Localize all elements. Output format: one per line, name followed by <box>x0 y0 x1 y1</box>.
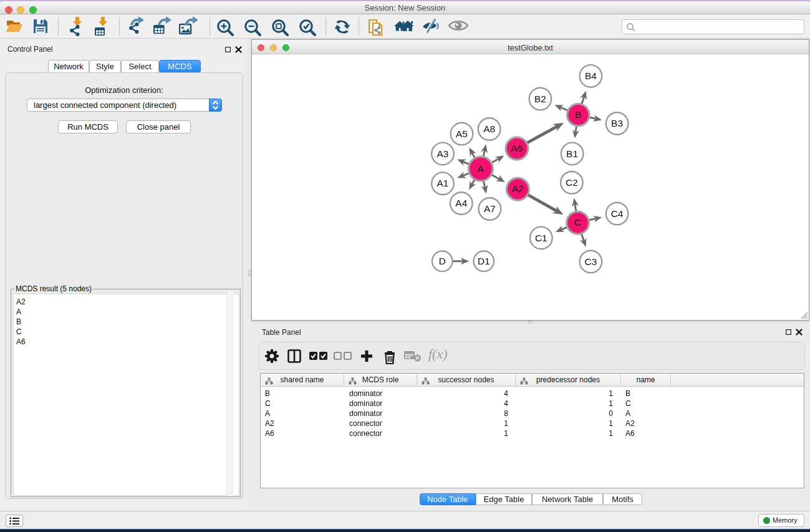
svg-text:D: D <box>439 256 446 266</box>
svg-text:C: C <box>574 217 581 228</box>
svg-text:B2: B2 <box>534 94 546 104</box>
svg-text:B1: B1 <box>566 148 578 159</box>
svg-text:A3: A3 <box>437 148 449 159</box>
svg-text:A5: A5 <box>456 128 468 139</box>
svg-text:B3: B3 <box>611 118 623 128</box>
svg-text:A2: A2 <box>512 183 524 194</box>
svg-text:C1: C1 <box>535 233 547 243</box>
svg-text:A: A <box>478 163 485 174</box>
svg-text:A7: A7 <box>484 203 496 214</box>
svg-text:C4: C4 <box>611 208 624 219</box>
svg-text:A4: A4 <box>455 198 467 208</box>
svg-text:C3: C3 <box>584 256 597 267</box>
svg-text:A8: A8 <box>483 123 495 134</box>
svg-text:A6: A6 <box>511 143 523 153</box>
svg-text:A1: A1 <box>437 178 449 188</box>
svg-text:B: B <box>575 109 581 120</box>
svg-text:B4: B4 <box>585 70 597 81</box>
svg-text:D1: D1 <box>478 256 490 266</box>
svg-text:C2: C2 <box>566 177 578 188</box>
